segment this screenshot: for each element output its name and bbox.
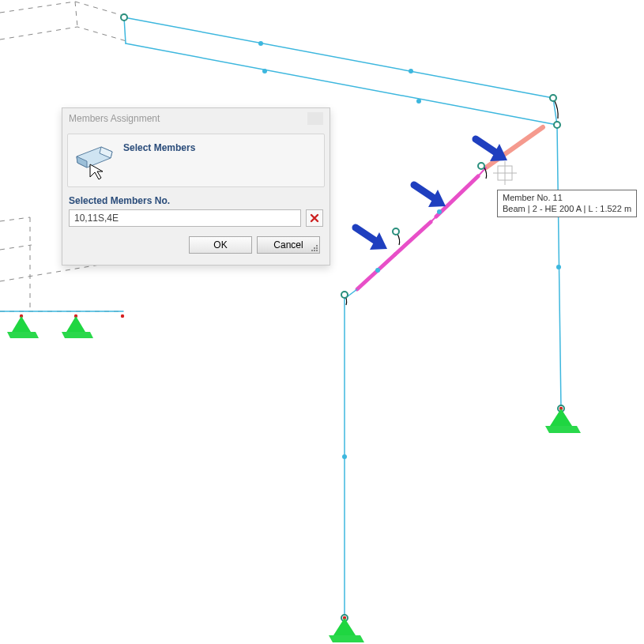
svg-point-24 [341,292,348,298]
selected-members-label: Selected Members No. [69,195,323,206]
svg-point-31 [342,454,347,459]
svg-point-19 [121,14,127,21]
svg-marker-40 [12,316,31,332]
svg-marker-47 [545,426,581,433]
svg-marker-45 [329,635,364,642]
svg-marker-59 [90,164,103,179]
close-icon[interactable] [307,112,323,125]
svg-line-15 [431,217,436,222]
dialog-titlebar[interactable]: Members Assignment [62,108,330,129]
clear-selection-button[interactable] [306,209,323,227]
svg-marker-46 [550,409,572,426]
svg-point-34 [437,209,442,214]
svg-rect-61 [314,247,315,249]
svg-rect-63 [311,250,313,251]
svg-point-33 [375,268,380,273]
select-members-group: Select Members [67,134,325,187]
selected-members-input[interactable] [69,209,301,227]
svg-point-29 [262,69,267,73]
beam-icon [74,141,115,180]
svg-point-21 [554,122,560,128]
svg-line-2 [124,17,553,98]
svg-marker-43 [62,332,93,338]
tooltip-line1: Member No. 11 [503,192,631,203]
svg-point-30 [416,99,421,104]
svg-line-0 [75,2,77,27]
cancel-label: Cancel [273,239,303,250]
svg-rect-62 [316,247,318,249]
resize-grip-icon [311,244,318,252]
svg-rect-60 [316,245,318,247]
svg-point-32 [556,265,561,269]
x-icon [310,213,319,223]
model-viewport[interactable] [0,0,644,644]
svg-point-37 [121,314,124,318]
svg-line-13 [395,222,431,254]
svg-point-20 [550,95,556,101]
svg-point-22 [478,163,484,169]
blue-arrows [356,139,507,250]
members-assignment-dialog[interactable]: Members Assignment Select Members Select… [62,107,330,266]
dialog-title: Members Assignment [69,113,307,124]
tooltip-line2: Beam | 2 - HE 200 A | L : 1.522 m [503,203,631,214]
svg-marker-44 [333,618,356,635]
ok-button[interactable]: OK [189,236,252,254]
svg-point-27 [258,41,263,46]
cancel-button[interactable]: Cancel [257,236,320,254]
svg-rect-64 [314,250,315,251]
nodes [20,14,564,621]
svg-point-28 [409,69,413,73]
svg-rect-65 [316,250,318,251]
group-title: Select Members [123,141,195,153]
svg-marker-41 [7,332,39,338]
member-tooltip: Member No. 11 Beam | 2 - HE 200 A | L : … [497,190,637,217]
dialog-body: Select Members Selected Members No. OK C… [62,129,330,265]
supports [7,316,581,642]
pick-cursor [493,161,517,185]
svg-marker-42 [66,316,85,332]
svg-point-23 [393,228,399,235]
svg-line-14 [436,176,478,217]
